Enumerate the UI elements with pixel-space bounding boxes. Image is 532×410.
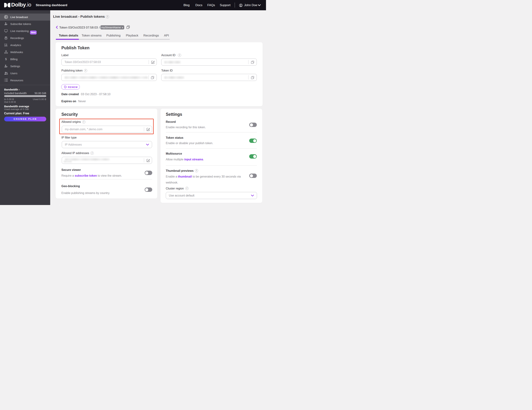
svg-text:$: $: [5, 57, 7, 61]
